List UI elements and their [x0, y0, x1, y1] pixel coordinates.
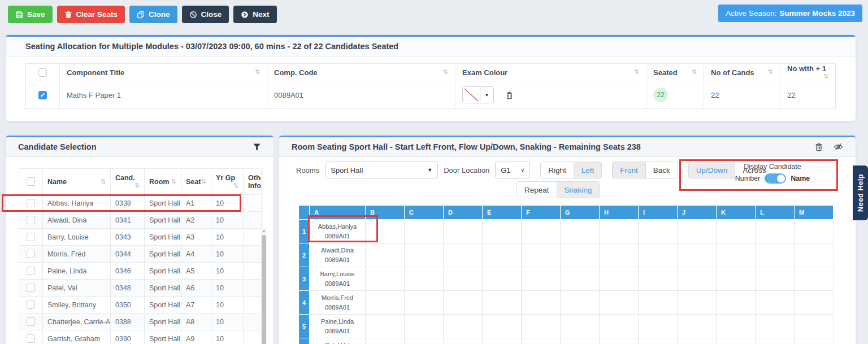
- seat-cell-G1[interactable]: [561, 220, 600, 243]
- seat-cell-G4[interactable]: [561, 291, 600, 315]
- col-other-info[interactable]: Other Info: [244, 169, 262, 195]
- seat-cell-D3[interactable]: [444, 267, 483, 291]
- candidate-checkbox[interactable]: [27, 317, 35, 326]
- seat-cell-C5[interactable]: [405, 315, 444, 338]
- seat-cell-D5[interactable]: [444, 315, 483, 338]
- start-right-button[interactable]: Right: [540, 162, 574, 178]
- seat-cell-A6[interactable]: Patel,Val0089A01: [310, 338, 366, 344]
- seat-cell-E4[interactable]: [483, 291, 522, 315]
- clone-button[interactable]: Clone: [129, 6, 177, 23]
- seat-cell-J5[interactable]: [678, 315, 717, 338]
- eye-slash-icon[interactable]: [834, 142, 843, 151]
- col-seat[interactable]: Seat⇅: [181, 169, 211, 195]
- seat-cell-H2[interactable]: [600, 243, 639, 267]
- seat-cell-M1[interactable]: [795, 220, 834, 243]
- candidate-row[interactable]: Barry, Louise0343Sport HallA310: [19, 229, 262, 246]
- start-front-button[interactable]: Front: [612, 162, 646, 178]
- pattern-snaking-button[interactable]: Snaking: [557, 181, 600, 198]
- start-back-button[interactable]: Back: [645, 162, 678, 178]
- pattern-repeat-button[interactable]: Repeat: [517, 181, 557, 198]
- select-all-candidates-checkbox[interactable]: [27, 177, 35, 186]
- seat-cell-G6[interactable]: [561, 338, 600, 344]
- seat-cell-L6[interactable]: [756, 338, 795, 344]
- display-candidate-toggle[interactable]: [765, 173, 786, 184]
- seat-cell-K4[interactable]: [717, 291, 756, 315]
- seat-cell-H3[interactable]: [600, 267, 639, 291]
- seat-cell-M5[interactable]: [795, 315, 834, 338]
- seat-cell-C3[interactable]: [405, 267, 444, 291]
- seat-cell-B6[interactable]: [366, 338, 405, 344]
- seat-cell-L5[interactable]: [756, 315, 795, 338]
- scrollbar-thumb[interactable]: [262, 235, 266, 344]
- candidate-row[interactable]: Morris, Fred0344Sport HallA410: [19, 246, 262, 263]
- candidate-checkbox[interactable]: [27, 301, 35, 309]
- seat-cell-C2[interactable]: [405, 243, 444, 267]
- seat-cell-J3[interactable]: [678, 267, 717, 291]
- remove-colour-trash-icon[interactable]: [505, 91, 514, 99]
- seat-cell-J2[interactable]: [678, 243, 717, 267]
- candidate-table-scrollbar[interactable]: ▲: [261, 228, 267, 344]
- seat-cell-A5[interactable]: Paine,Linda0089A01: [310, 315, 366, 338]
- seat-cell-M6[interactable]: [795, 338, 834, 344]
- seat-cell-D2[interactable]: [444, 243, 483, 267]
- seat-cell-F1[interactable]: [522, 220, 561, 243]
- seat-cell-H5[interactable]: [600, 315, 639, 338]
- seat-cell-D1[interactable]: [444, 220, 483, 243]
- next-button[interactable]: Next: [233, 6, 276, 23]
- seat-cell-E1[interactable]: [483, 220, 522, 243]
- seat-cell-E6[interactable]: [483, 338, 522, 344]
- candidate-checkbox[interactable]: [27, 250, 35, 258]
- seat-cell-J6[interactable]: [678, 338, 717, 344]
- candidate-row[interactable]: Paine, Linda0346Sport HallA510: [19, 263, 262, 280]
- col-yr-gp[interactable]: Yr Gp⇅: [211, 169, 244, 195]
- candidate-checkbox[interactable]: [27, 233, 35, 241]
- seat-cell-I3[interactable]: [639, 267, 678, 291]
- seat-cell-F3[interactable]: [522, 267, 561, 291]
- seat-cell-H6[interactable]: [600, 338, 639, 344]
- seat-cell-A4[interactable]: Morris,Fred0089A01: [310, 291, 366, 315]
- exam-colour-picker[interactable]: ▼: [462, 86, 494, 103]
- candidate-row[interactable]: Patel, Val0348Sport HallA610: [19, 280, 262, 297]
- seat-cell-K5[interactable]: [717, 315, 756, 338]
- col-component-title[interactable]: Component Title⇅: [60, 64, 267, 81]
- need-help-tab[interactable]: Need Help: [853, 166, 868, 220]
- seat-cell-I6[interactable]: [639, 338, 678, 344]
- seat-cell-K2[interactable]: [717, 243, 756, 267]
- seat-cell-G3[interactable]: [561, 267, 600, 291]
- candidate-checkbox[interactable]: [27, 267, 35, 275]
- seat-cell-A2[interactable]: Alwadi,Dina0089A01: [310, 243, 366, 267]
- seat-cell-I1[interactable]: [639, 220, 678, 243]
- scrollbar-up-arrow-icon[interactable]: ▲: [261, 229, 267, 233]
- candidate-checkbox[interactable]: [27, 284, 35, 292]
- seat-cell-J4[interactable]: [678, 291, 717, 315]
- seat-cell-G2[interactable]: [561, 243, 600, 267]
- seat-cell-D6[interactable]: [444, 338, 483, 344]
- seat-cell-F4[interactable]: [522, 291, 561, 315]
- clear-room-trash-icon[interactable]: [814, 142, 823, 151]
- candidate-row[interactable]: Chatterjee, Carrie-Ann0388Sport HallA810: [19, 313, 262, 330]
- filter-icon[interactable]: [253, 143, 261, 151]
- seat-cell-L3[interactable]: [756, 267, 795, 291]
- seat-cell-K6[interactable]: [717, 338, 756, 344]
- seat-cell-E3[interactable]: [483, 267, 522, 291]
- seat-cell-F2[interactable]: [522, 243, 561, 267]
- seat-cell-H1[interactable]: [600, 220, 639, 243]
- candidate-checkbox[interactable]: [27, 216, 35, 224]
- start-left-button[interactable]: Left: [574, 162, 602, 178]
- seat-cell-M3[interactable]: [795, 267, 834, 291]
- seat-cell-F6[interactable]: [522, 338, 561, 344]
- seat-cell-K3[interactable]: [717, 267, 756, 291]
- seat-cell-F5[interactable]: [522, 315, 561, 338]
- seat-cell-B5[interactable]: [366, 315, 405, 338]
- candidate-checkbox[interactable]: [27, 334, 35, 343]
- seat-cell-D4[interactable]: [444, 291, 483, 315]
- candidate-checkbox[interactable]: [27, 199, 35, 207]
- seat-cell-L1[interactable]: [756, 220, 795, 243]
- seat-cell-G5[interactable]: [561, 315, 600, 338]
- seat-cell-E2[interactable]: [483, 243, 522, 267]
- seat-cell-M2[interactable]: [795, 243, 834, 267]
- candidate-row[interactable]: Garrish, Graham0390Sport HallA910: [19, 330, 262, 344]
- seat-cell-A1[interactable]: Abbas,Haniya0089A01: [310, 220, 366, 243]
- seat-cell-J1[interactable]: [678, 220, 717, 243]
- seat-cell-B2[interactable]: [366, 243, 405, 267]
